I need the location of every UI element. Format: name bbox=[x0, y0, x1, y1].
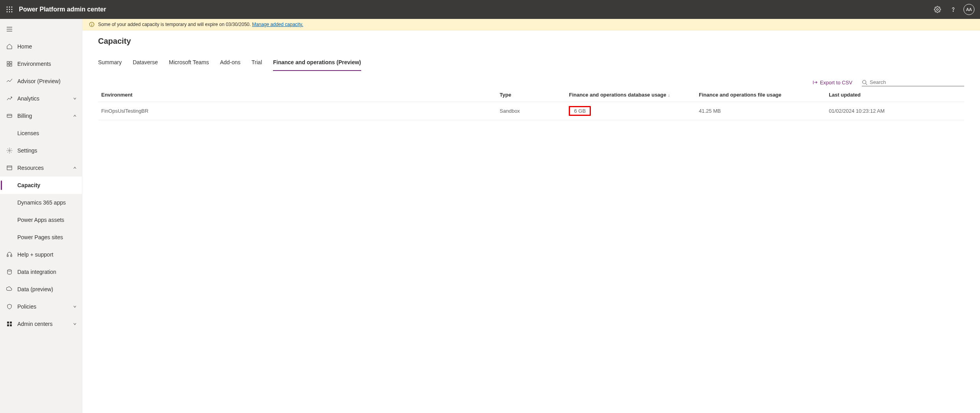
tab-dataverse[interactable]: Dataverse bbox=[133, 56, 158, 71]
svg-point-25 bbox=[7, 270, 11, 271]
tabs: Summary Dataverse Microsoft Teams Add-on… bbox=[98, 56, 964, 71]
cell-file-usage[interactable]: 41.25 MB bbox=[696, 102, 826, 120]
tab-fno[interactable]: Finance and operations (Preview) bbox=[273, 56, 361, 71]
svg-point-1 bbox=[9, 7, 10, 8]
analytics-icon bbox=[6, 95, 13, 102]
svg-point-2 bbox=[11, 7, 13, 8]
sidebar-item-label: Analytics bbox=[17, 95, 72, 102]
sidebar-item-help[interactable]: Help + support bbox=[0, 246, 82, 263]
sidebar-item-label: Licenses bbox=[17, 130, 77, 136]
svg-rect-28 bbox=[7, 324, 9, 326]
sidebar-item-label: Capacity bbox=[17, 182, 77, 188]
page-title: Capacity bbox=[98, 37, 964, 46]
svg-rect-26 bbox=[7, 322, 9, 324]
sidebar-item-label: Advisor (Preview) bbox=[17, 78, 77, 84]
gear-icon bbox=[6, 147, 13, 154]
admin-centers-icon bbox=[6, 321, 13, 327]
svg-point-33 bbox=[863, 80, 866, 84]
search-box[interactable] bbox=[862, 78, 964, 86]
sidebar-item-powerpages[interactable]: Power Pages sites bbox=[0, 229, 82, 246]
svg-point-32 bbox=[91, 25, 92, 26]
settings-icon[interactable] bbox=[930, 2, 945, 17]
tab-summary[interactable]: Summary bbox=[98, 56, 122, 71]
svg-line-34 bbox=[866, 83, 867, 85]
sidebar-item-settings[interactable]: Settings bbox=[0, 142, 82, 159]
sidebar-item-label: Help + support bbox=[17, 251, 77, 258]
sidebar-item-label: Power Pages sites bbox=[17, 234, 77, 240]
sidebar-item-powerapps-assets[interactable]: Power Apps assets bbox=[0, 211, 82, 229]
sidebar-item-resources[interactable]: Resources bbox=[0, 159, 82, 177]
sidebar-item-data-preview[interactable]: Data (preview) bbox=[0, 281, 82, 298]
svg-point-6 bbox=[7, 11, 8, 13]
tab-addons[interactable]: Add-ons bbox=[220, 56, 240, 71]
svg-point-7 bbox=[9, 11, 10, 13]
main: Some of your added capacity is temporary… bbox=[82, 19, 980, 413]
cell-environment: FinOpsUslTestingBR bbox=[98, 102, 497, 120]
search-icon bbox=[862, 80, 867, 85]
topbar: Power Platform admin center AA bbox=[0, 0, 980, 19]
col-file-usage[interactable]: Finance and operations file usage bbox=[696, 88, 826, 102]
hamburger-toggle[interactable] bbox=[0, 20, 82, 38]
data-integration-icon bbox=[6, 269, 13, 275]
svg-point-0 bbox=[7, 7, 8, 8]
svg-point-4 bbox=[9, 9, 10, 10]
svg-point-10 bbox=[953, 11, 953, 11]
search-input[interactable] bbox=[870, 79, 964, 85]
sidebar-item-label: Settings bbox=[17, 147, 77, 154]
app-launcher-icon[interactable] bbox=[3, 3, 16, 16]
app-title: Power Platform admin center bbox=[19, 6, 106, 13]
help-icon[interactable] bbox=[945, 2, 961, 17]
data-preview-icon bbox=[6, 286, 13, 292]
banner-link[interactable]: Manage added capacity. bbox=[252, 22, 303, 27]
capacity-table: Environment Type Finance and operations … bbox=[98, 88, 964, 120]
sidebar-item-home[interactable]: Home bbox=[0, 38, 82, 55]
sidebar-item-label: Policies bbox=[17, 303, 72, 310]
tab-trial[interactable]: Trial bbox=[252, 56, 262, 71]
sidebar-item-billing[interactable]: Billing bbox=[0, 107, 82, 125]
svg-rect-23 bbox=[7, 255, 8, 257]
svg-rect-21 bbox=[7, 166, 12, 170]
sidebar-item-d365apps[interactable]: Dynamics 365 apps bbox=[0, 194, 82, 211]
chevron-down-icon bbox=[72, 322, 77, 326]
sidebar-item-advisor[interactable]: Advisor (Preview) bbox=[0, 73, 82, 90]
cell-type: Sandbox bbox=[497, 102, 566, 120]
sidebar-item-label: Dynamics 365 apps bbox=[17, 199, 77, 206]
sidebar-item-analytics[interactable]: Analytics bbox=[0, 90, 82, 107]
svg-rect-16 bbox=[7, 64, 9, 66]
chevron-down-icon bbox=[72, 96, 77, 101]
svg-point-9 bbox=[937, 9, 939, 11]
sidebar-item-label: Data integration bbox=[17, 269, 77, 275]
col-db-usage[interactable]: Finance and operations database usage↓ bbox=[566, 88, 696, 102]
svg-rect-18 bbox=[7, 114, 12, 117]
sidebar-item-environments[interactable]: Environments bbox=[0, 55, 82, 73]
user-avatar[interactable]: AA bbox=[961, 2, 977, 17]
sidebar-item-label: Home bbox=[17, 43, 77, 50]
cell-db-usage[interactable]: 6 GB bbox=[566, 102, 696, 120]
sidebar-item-policies[interactable]: Policies bbox=[0, 298, 82, 315]
svg-rect-29 bbox=[10, 324, 12, 326]
sidebar-item-admin-centers[interactable]: Admin centers bbox=[0, 315, 82, 333]
tab-teams[interactable]: Microsoft Teams bbox=[169, 56, 209, 71]
svg-rect-24 bbox=[11, 255, 12, 257]
table-row[interactable]: FinOpsUslTestingBR Sandbox 6 GB 41.25 MB… bbox=[98, 102, 964, 120]
col-environment[interactable]: Environment bbox=[98, 88, 497, 102]
col-type[interactable]: Type bbox=[497, 88, 566, 102]
highlighted-value: 6 GB bbox=[569, 106, 591, 116]
sidebar: Home Environments Advisor (Preview) Anal… bbox=[0, 19, 82, 413]
svg-point-3 bbox=[7, 9, 8, 10]
home-icon bbox=[6, 43, 13, 50]
sidebar-item-data-integration[interactable]: Data integration bbox=[0, 263, 82, 281]
sidebar-item-label: Data (preview) bbox=[17, 286, 77, 292]
svg-rect-14 bbox=[7, 61, 9, 63]
svg-point-8 bbox=[11, 11, 13, 13]
sidebar-item-capacity[interactable]: Capacity bbox=[0, 177, 82, 194]
export-csv-button[interactable]: Export to CSV bbox=[812, 80, 852, 86]
svg-point-20 bbox=[9, 150, 10, 151]
col-last-updated[interactable]: Last updated bbox=[826, 88, 964, 102]
sidebar-item-licenses[interactable]: Licenses bbox=[0, 125, 82, 142]
svg-point-5 bbox=[11, 9, 13, 10]
warning-banner: Some of your added capacity is temporary… bbox=[82, 19, 980, 30]
banner-text: Some of your added capacity is temporary… bbox=[98, 22, 252, 27]
hamburger-icon bbox=[6, 26, 13, 32]
export-label: Export to CSV bbox=[820, 80, 852, 86]
